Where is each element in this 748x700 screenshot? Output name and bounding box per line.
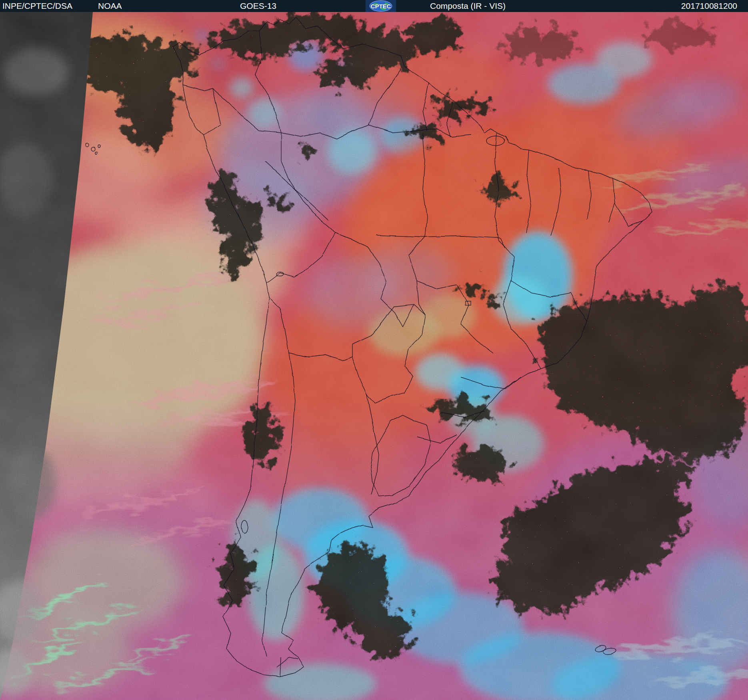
agency-label: INPE/CPTEC/DSA [2, 0, 72, 12]
product-label: Composta (IR - VIS) [430, 0, 506, 12]
satellite-composite-image [0, 12, 748, 700]
timestamp-label: 201710081200 [681, 0, 737, 12]
grain-overlay [0, 12, 748, 700]
satellite-label: GOES-13 [240, 0, 276, 12]
svg-text:CPTEC: CPTEC [371, 3, 391, 10]
noaa-label: NOAA [98, 0, 122, 12]
title-bar: INPE/CPTEC/DSA NOAA GOES-13 CPTEC Compos… [0, 0, 748, 12]
cptec-globe-logo-icon: CPTEC [366, 0, 396, 12]
goes13-composite-screen: INPE/CPTEC/DSA NOAA GOES-13 CPTEC Compos… [0, 0, 748, 700]
